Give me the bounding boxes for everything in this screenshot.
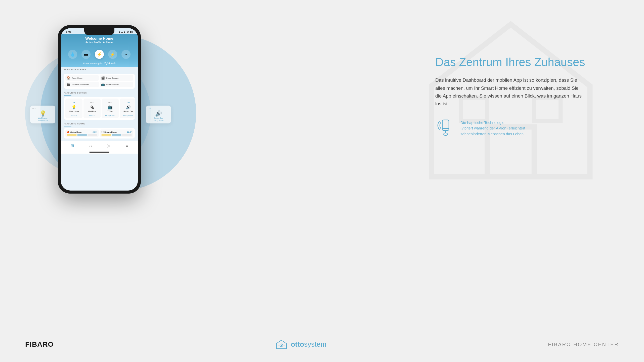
category-icons: 💧 ▬ ⚡ ⚡ ▪ (61, 47, 138, 60)
nav-dashboard[interactable]: ⊞ (71, 143, 74, 148)
bolt-icon-btn[interactable]: ⚡ (108, 50, 117, 59)
tv-status: OFF (108, 102, 112, 104)
otto-logo-text: ottosystem (291, 340, 326, 348)
home-indicator (61, 150, 138, 154)
status-time: 3:06 (66, 30, 71, 33)
fibaro-home-center-text: FIBARO HOME CENTER (548, 342, 619, 347)
svg-rect-2 (442, 120, 449, 130)
ottosystem-icon (275, 339, 288, 349)
wall-kids-name: Wall Lamp (32, 117, 53, 119)
devices-scroll: ON 💡 Main Lamp Kitchen OFF 🔌 Wall Plug K… (64, 97, 135, 120)
rooms-title: FAVOURITE ROOMS (64, 123, 135, 125)
room-dining[interactable]: 🍽️ Dining Room 22,0° (100, 129, 133, 137)
plug-room: Kitchen (89, 114, 95, 116)
dbar3 (122, 134, 132, 135)
scene-garage-label: Close Garage (106, 77, 118, 79)
scene-away-home[interactable]: 🏠 Away Home (65, 75, 99, 81)
right-content-panel: Das Zentrum Ihres Zuhauses Das intuitive… (435, 55, 606, 138)
scenes-title: FAVOURITE SCENES (64, 68, 135, 71)
scene-close-garage[interactable]: 🎬 Close Garage (100, 75, 133, 81)
dining-room-name: 🍽️ Dining Room (101, 131, 117, 133)
scene-away-label: Away Home (72, 77, 82, 79)
device-wall-plug[interactable]: OFF 🔌 Wall Plug Kitchen (83, 99, 101, 118)
wifi-icon: ⊕ (127, 30, 129, 33)
room-living[interactable]: 🍎 Living Room 20,5° (65, 129, 99, 137)
scenes-divider (64, 72, 71, 72)
devices-title: FAVOURITE DEVICES (64, 92, 135, 94)
away-home-icon: 🏠 (67, 76, 70, 80)
favourite-scenes-section: FAVOURITE SCENES 🏠 Away Home 🎬 Close Gar… (61, 67, 138, 90)
home-bar (89, 152, 109, 153)
feature-description: Die haptische Technologie (vibriert währ… (460, 118, 525, 137)
sonos-icon: 🔊 (121, 105, 135, 110)
rooms-grid: 🍎 Living Room 20,5° 🍽️ Dining Room 22 (64, 128, 135, 139)
dining-room-temp: 22,0° (127, 131, 132, 133)
nav-scenes[interactable]: ▷ (107, 143, 110, 148)
bar3 (88, 134, 97, 135)
plug-icon: 🔌 (85, 105, 99, 110)
phone-notch (84, 28, 114, 35)
scene-turn-off[interactable]: 🎬 Turn Off All Devices (65, 82, 99, 87)
phone-screen: 3:06 ▲▲▲ ⊕ ▮▮ Welcome Home Active Profil… (61, 28, 138, 191)
lamp-icon: 💡 (67, 105, 81, 110)
dbar1 (101, 134, 111, 135)
water-icon-btn[interactable]: 💧 (68, 50, 77, 59)
nav-home[interactable]: ⌂ (89, 144, 92, 148)
scenes-grid: 🏠 Away Home 🎬 Close Garage 🎬 Turn Off Al… (64, 74, 135, 89)
living-room-bars (67, 134, 97, 135)
favourite-devices-section: FAVOURITE DEVICES ON 💡 Main Lamp Kitchen… (61, 90, 138, 121)
ottosystem-logo: ottosystem (275, 339, 326, 349)
close-garage-icon: 🎬 (101, 76, 105, 80)
panel-icon-btn[interactable]: ▪ (121, 50, 131, 59)
sonos-side-icon: 🔊 (148, 110, 169, 117)
power-icon-btn[interactable]: ⚡ (95, 50, 104, 59)
sonos-room: Living Room (123, 114, 133, 116)
main-heading: Das Zentrum Ihres Zuhauses (435, 55, 606, 69)
lamp-name: Main Lamp (67, 110, 81, 112)
footer: FIBARO ottosystem FIBARO HOME CENTER (0, 339, 644, 349)
wall-lamp-icon: 💡 (32, 110, 53, 117)
living-room-name: 🍎 Living Room (67, 131, 82, 133)
signal-icon: ▲▲▲ (118, 30, 126, 33)
favourite-rooms-section: FAVOURITE ROOMS 🍎 Living Room 20,5° (61, 121, 138, 140)
device-tv-set[interactable]: OFF 📺 TV Set Living Room (102, 99, 119, 118)
scene-send-screens[interactable]: 📺 Send Screens (100, 82, 133, 87)
bar2 (77, 134, 87, 135)
send-screens-icon: 📺 (101, 83, 105, 86)
nav-menu[interactable]: ≡ (126, 144, 128, 148)
dining-room-bars (101, 134, 132, 135)
tv-room: Living Room (105, 114, 115, 116)
sonos-side-name: Sonos Bar (148, 117, 169, 119)
status-icons: ▲▲▲ ⊕ ▮▮ (118, 30, 133, 33)
svg-point-8 (281, 345, 282, 346)
device-sonos[interactable]: ON 🔊 Sonos Bar Living Room (120, 99, 135, 118)
sonos-name: Sonos Bar (121, 110, 135, 112)
haptic-touch-icon (435, 118, 455, 138)
wall-kids-status: OFF (32, 108, 53, 110)
description-text: Das intuitive Dashboard der mobilen App … (435, 76, 586, 108)
dbar2 (112, 134, 121, 135)
main-lamp-status: ON (73, 102, 75, 104)
sonos-status-side: ON (148, 108, 169, 110)
tv-icon: 📺 (103, 105, 117, 110)
sonos-status: ON (127, 102, 130, 104)
phone-header: Welcome Home Active Profile: At Home (61, 34, 138, 47)
bottom-navigation: ⊞ ⌂ ▷ ≡ (61, 141, 138, 150)
active-profile: Active Profile: At Home (66, 41, 133, 44)
plug-name: Wall Plug (85, 110, 99, 112)
living-room-temp: 20,5° (93, 131, 97, 133)
feature-row: Die haptische Technologie (vibriert währ… (435, 118, 606, 138)
shutter-icon-btn[interactable]: ▬ (81, 50, 91, 59)
turn-off-icon: 🎬 (67, 83, 70, 86)
svg-point-5 (444, 133, 448, 135)
scene-turnoff-label: Turn Off All Devices (72, 83, 89, 86)
wall-plug-status: OFF (90, 102, 94, 104)
bar1 (67, 134, 77, 135)
scene-screens-label: Send Screens (106, 83, 119, 86)
tv-name: TV Set (103, 110, 117, 112)
power-consumption: Power consumption: 2,54 kWh (61, 60, 138, 67)
wall-kids-room: Kids Room (32, 119, 53, 121)
fibaro-logo: FIBARO (25, 340, 54, 348)
device-main-lamp[interactable]: ON 💡 Main Lamp Kitchen (65, 99, 82, 118)
battery-icon: ▮▮ (130, 30, 133, 33)
